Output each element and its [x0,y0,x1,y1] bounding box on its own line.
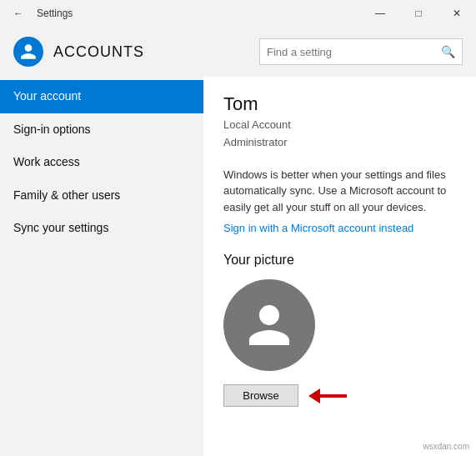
back-button[interactable]: ← [7,2,30,25]
user-name: Tom [223,93,456,115]
titlebar: ← Settings — □ ✕ [0,0,476,27]
titlebar-title: Settings [37,8,73,19]
sidebar-item-work-access[interactable]: Work access [0,146,203,179]
watermark: wsxdan.com [423,442,469,451]
arrow-head-icon [308,388,320,403]
sidebar-item-label: Sync your settings [13,221,108,234]
ms-signin-link[interactable]: Sign in with a Microsoft account instead [223,222,413,234]
search-box[interactable]: 🔍 [259,38,463,65]
sidebar-item-label: Work access [13,155,80,168]
browse-row: Browse [223,384,456,407]
picture-section-label: Your picture [223,253,456,268]
back-icon: ← [13,8,23,19]
minimize-button[interactable]: — [361,0,399,27]
main-content: Tom Local Account Administrator Windows … [203,77,476,456]
sidebar-item-sign-in-options[interactable]: Sign-in options [0,113,203,147]
sidebar-item-label: Family & other users [13,188,120,202]
search-input[interactable] [267,46,441,58]
accounts-icon [13,37,43,67]
sidebar-item-family-other-users[interactable]: Family & other users [0,179,203,213]
arrow-indicator [308,388,347,403]
user-account-type: Local Account [223,117,456,134]
app-container: ACCOUNTS 🔍 Your account Sign-in options … [0,27,476,456]
sidebar: Your account Sign-in options Work access… [0,77,203,456]
user-role: Administrator [223,134,456,152]
search-icon: 🔍 [441,45,455,58]
sidebar-item-your-account[interactable]: Your account [0,80,203,113]
browse-button[interactable]: Browse [223,384,298,407]
titlebar-controls: — □ ✕ [361,0,476,27]
sidebar-item-sync-your-settings[interactable]: Sync your settings [0,212,203,245]
avatar [223,279,315,371]
arrow-shaft-icon [320,394,347,398]
app-body: Your account Sign-in options Work access… [0,77,476,456]
app-header: ACCOUNTS 🔍 [0,27,476,77]
maximize-button[interactable]: □ [399,0,438,27]
titlebar-left: ← Settings [7,2,73,25]
header-title: ACCOUNTS [53,43,259,61]
sync-message: Windows is better when your settings and… [223,167,456,216]
sidebar-item-label: Sign-in options [13,123,91,136]
sidebar-item-label: Your account [13,89,81,103]
close-button[interactable]: ✕ [438,0,476,27]
